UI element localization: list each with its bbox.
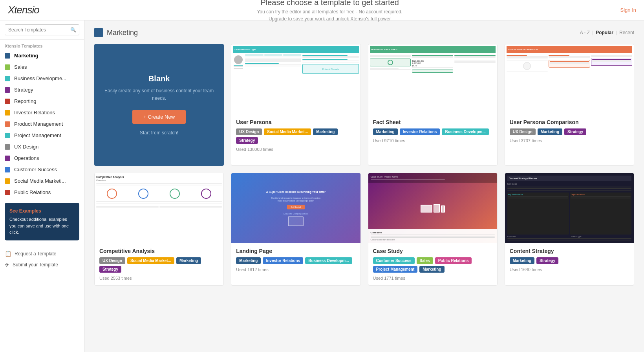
sidebar-dot-6 bbox=[5, 121, 10, 127]
blank-template-card[interactable]: Blank Easily create any sort of business… bbox=[94, 44, 224, 166]
tag: Marketing bbox=[176, 257, 201, 264]
template-card-user-persona[interactable]: User Persona Type bbox=[231, 44, 360, 166]
request-template-link[interactable]: 📋 Request a Template bbox=[5, 248, 79, 259]
sidebar-item-sales[interactable]: Sales bbox=[0, 61, 84, 73]
sidebar-dot-10 bbox=[5, 167, 10, 172]
sort-az[interactable]: A - Z bbox=[580, 30, 590, 35]
tag: UX Design bbox=[236, 128, 262, 135]
sidebar-item-ux-design[interactable]: UX Design bbox=[0, 141, 84, 152]
template-card-landing-page[interactable]: A Super Clear Headline Describing Your O… bbox=[231, 173, 360, 286]
see-examples-title: See Examples bbox=[9, 207, 75, 214]
sidebar-item-customer-success[interactable]: Customer Success bbox=[0, 164, 84, 175]
sidebar-dot-5 bbox=[5, 110, 10, 116]
sidebar-item-strategy[interactable]: Strategy bbox=[0, 84, 84, 95]
card-title-case-study: Case Study bbox=[373, 248, 492, 254]
sort-popular[interactable]: Popular bbox=[596, 30, 613, 35]
see-examples-box: See Examples Checkout additional example… bbox=[5, 203, 79, 240]
template-card-competitive-analysis[interactable]: Competitive Analysis Overview C bbox=[94, 173, 224, 286]
section-title-text: Marketing bbox=[107, 29, 138, 37]
content-header: Marketing A - Z | Popular | Recent bbox=[94, 28, 634, 37]
sidebar-item-product-management[interactable]: Product Management bbox=[0, 118, 84, 130]
sidebar-item-label-11: Social Media Marketi... bbox=[14, 178, 66, 184]
card-title-content-strategy: Content Strategy bbox=[510, 248, 629, 254]
tag: Investor Relations bbox=[400, 128, 440, 135]
card-used-fact-sheet: Used 9710 times bbox=[373, 138, 492, 143]
tag: Social Media Market... bbox=[264, 128, 311, 135]
sidebar-dot-11 bbox=[5, 178, 10, 184]
card-preview-fact-sheet: BUSINESS FACT SHEET ... bbox=[368, 44, 497, 114]
sign-in-link[interactable]: Sign In bbox=[620, 7, 636, 13]
tag: Strategy bbox=[99, 266, 121, 273]
tag: Sales bbox=[417, 257, 433, 264]
card-title-fact-sheet: Fact Sheet bbox=[373, 119, 492, 125]
sidebar-item-social-media-marketi---[interactable]: Social Media Marketi... bbox=[0, 175, 84, 187]
card-title-competitive-analysis: Competitive Analysis bbox=[99, 248, 219, 254]
sidebar-item-label-8: UX Design bbox=[14, 144, 38, 150]
template-card-content-strategy[interactable]: Content Strategy Planner Core Goals Key … bbox=[505, 173, 634, 286]
card-preview-case-study: Case Study: Project Name Client Name Cat… bbox=[368, 173, 497, 243]
sidebar-item-investor-relations[interactable]: Investor Relations bbox=[0, 107, 84, 118]
see-examples-text: Checkout additional examples you can sav… bbox=[9, 216, 75, 236]
tag: Public Relations bbox=[435, 257, 472, 264]
sidebar-item-label-0: Marketing bbox=[14, 53, 38, 59]
sidebar-dot-8 bbox=[5, 144, 10, 150]
tag: Marketing bbox=[236, 257, 261, 264]
card-used-user-persona-comparison: Used 3737 times bbox=[510, 138, 629, 143]
card-used-competitive-analysis: Used 2553 times bbox=[99, 276, 219, 280]
sidebar-item-marketing[interactable]: Marketing bbox=[0, 50, 84, 61]
template-card-user-persona-comparison[interactable]: USER PERSONA COMPARISON bbox=[505, 44, 634, 166]
tag: Business Developm... bbox=[305, 257, 352, 264]
content-area: Marketing A - Z | Popular | Recent Blank… bbox=[84, 20, 644, 352]
card-info-fact-sheet: Fact Sheet MarketingInvestor RelationsBu… bbox=[368, 114, 497, 148]
tag: Marketing bbox=[313, 128, 338, 135]
template-card-case-study[interactable]: Case Study: Project Name Client Name Cat… bbox=[368, 173, 498, 286]
main-layout: 🔍 Xtensio Templates Marketing Sales Busi… bbox=[0, 20, 644, 352]
sidebar-item-label-4: Reporting bbox=[14, 98, 36, 104]
card-info-user-persona: User Persona UX DesignSocial Media Marke… bbox=[231, 114, 360, 156]
card-used-landing-page: Used 1812 times bbox=[236, 267, 355, 272]
tag: Marketing bbox=[419, 266, 444, 273]
sort-separator-2: | bbox=[616, 30, 617, 35]
sidebar-item-public-relations[interactable]: Public Relations bbox=[0, 187, 84, 198]
card-title-user-persona: User Persona bbox=[236, 119, 355, 125]
tag: Marketing bbox=[373, 128, 398, 135]
blank-description: Easily create any sort of business conte… bbox=[94, 87, 224, 102]
card-info-landing-page: Landing Page MarketingInvestor Relations… bbox=[231, 243, 360, 277]
sidebar-dot-0 bbox=[5, 53, 10, 59]
sidebar-item-project-management[interactable]: Project Management bbox=[0, 130, 84, 141]
top-bar: Xtensio Please choose a template to get … bbox=[0, 0, 644, 20]
sort-recent[interactable]: Recent bbox=[619, 30, 634, 35]
search-input[interactable] bbox=[5, 24, 79, 35]
submit-template-link[interactable]: ✈ Submit your Template bbox=[5, 259, 79, 270]
card-preview-competitive-analysis: Competitive Analysis Overview bbox=[95, 173, 223, 243]
tag: Social Media Market... bbox=[127, 257, 174, 264]
create-new-button[interactable]: + Create New bbox=[132, 110, 186, 124]
sidebar: 🔍 Xtensio Templates Marketing Sales Busi… bbox=[0, 20, 84, 352]
card-tags-fact-sheet: MarketingInvestor RelationsBusiness Deve… bbox=[373, 128, 492, 135]
card-preview-user-persona-comparison: USER PERSONA COMPARISON bbox=[505, 44, 634, 114]
sidebar-dot-3 bbox=[5, 87, 10, 93]
sidebar-dot-2 bbox=[5, 76, 10, 81]
tag: Strategy bbox=[236, 137, 258, 144]
sidebar-item-business-developme---[interactable]: Business Developme... bbox=[0, 73, 84, 84]
card-info-competitive-analysis: Competitive Analysis UX DesignSocial Med… bbox=[95, 243, 223, 285]
card-used-case-study: Used 1771 times bbox=[373, 276, 492, 280]
blank-scratch-text: Start from scratch! bbox=[140, 130, 178, 136]
card-tags-user-persona: UX DesignSocial Media Market...Marketing… bbox=[236, 128, 355, 144]
sidebar-section-label: Xtensio Templates bbox=[0, 40, 84, 50]
tag: Business Developm... bbox=[442, 128, 488, 135]
template-card-fact-sheet[interactable]: BUSINESS FACT SHEET ... bbox=[368, 44, 498, 166]
sidebar-item-operations[interactable]: Operations bbox=[0, 152, 84, 164]
sidebar-item-label-5: Investor Relations bbox=[14, 110, 55, 116]
card-preview-landing-page: A Super Clear Headline Describing Your O… bbox=[231, 173, 360, 243]
card-preview-content-strategy: Content Strategy Planner Core Goals Key … bbox=[505, 173, 634, 243]
tag: Investor Relations bbox=[263, 257, 303, 264]
card-info-user-persona-comparison: User Persona Comparison UX DesignMarketi… bbox=[505, 114, 634, 148]
sidebar-nav: Marketing Sales Business Developme... St… bbox=[0, 50, 84, 198]
request-template-icon: 📋 bbox=[5, 251, 11, 257]
sidebar-dot-7 bbox=[5, 133, 10, 138]
tag: Customer Success bbox=[373, 257, 415, 264]
sidebar-item-reporting[interactable]: Reporting bbox=[0, 95, 84, 107]
sort-separator-1: | bbox=[592, 30, 593, 35]
sidebar-item-label-12: Public Relations bbox=[14, 189, 51, 195]
